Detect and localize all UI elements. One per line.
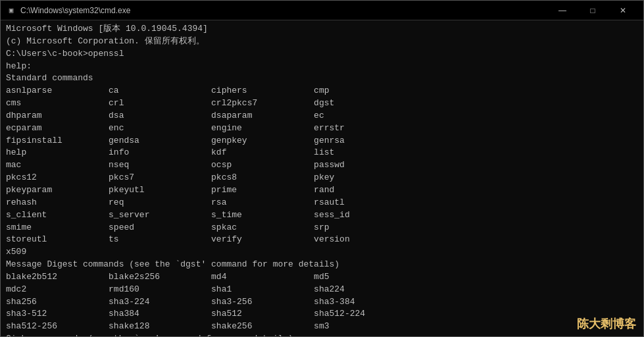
console-line: (c) Microsoft Corporation. 保留所有权利。 [6, 36, 638, 48]
title-bar: ▣ C:\Windows\system32\cmd.exe — □ ✕ [1, 1, 643, 20]
console-line: mac nseq ocsp passwd [6, 159, 638, 172]
console-line: smime speed spkac srp [6, 222, 638, 234]
console-line: pkeyparam pkeyutl prime rand [6, 184, 638, 197]
console-line: blake2b512 blake2s256 md4 md5 [6, 271, 638, 284]
console-line: sha256 sha3-224 sha3-256 sha3-384 [6, 296, 638, 309]
console-line: asnlparse ca ciphers cmp [6, 85, 638, 97]
close-button[interactable]: ✕ [608, 1, 638, 20]
console-line: mdc2 rmd160 sha1 sha224 [6, 284, 638, 296]
console-line: Message Digest commands (see the `dgst' … [6, 259, 638, 271]
console-line: fipsinstall gendsa genpkey genrsa [6, 135, 638, 147]
title-bar-text: C:\Windows\system32\cmd.exe [20, 6, 130, 15]
console-line: pkcs12 pkcs7 pkcs8 pkey [6, 172, 638, 184]
console-line: ecparam enc engine errstr [6, 122, 638, 135]
minimize-button[interactable]: — [547, 1, 578, 20]
console-line: x509 [6, 246, 638, 259]
console-line: dhparam dsa dsaparam ec [6, 110, 638, 122]
console-line: storeutl ts verify version [6, 234, 638, 246]
console-line: help: [6, 61, 638, 73]
console-line: sha512-256 shake128 shake256 sm3 [6, 321, 638, 333]
cmd-icon: ▣ [6, 5, 16, 16]
maximize-button[interactable]: □ [578, 1, 608, 20]
console-line: Cipher commands (see the `enc' command f… [6, 333, 638, 336]
console-line: rehash req rsa rsautl [6, 197, 638, 209]
console-area[interactable]: Microsoft Windows [版本 10.0.19045.4394](c… [1, 20, 643, 336]
console-line: help info kdf list [6, 147, 638, 159]
title-bar-buttons: — □ ✕ [547, 1, 638, 20]
console-line: C:\Users\c-book>openssl [6, 48, 638, 61]
console-line: sha3-512 sha384 sha512 sha512-224 [6, 308, 638, 321]
console-line: cms crl crl2pkcs7 dgst [6, 97, 638, 110]
console-line: Standard commands [6, 72, 638, 85]
title-bar-left: ▣ C:\Windows\system32\cmd.exe [6, 5, 130, 16]
console-line: s_client s_server s_time sess_id [6, 209, 638, 222]
console-line: Microsoft Windows [版本 10.0.19045.4394] [6, 23, 638, 36]
cmd-window: ▣ C:\Windows\system32\cmd.exe — □ ✕ Micr… [0, 0, 644, 337]
